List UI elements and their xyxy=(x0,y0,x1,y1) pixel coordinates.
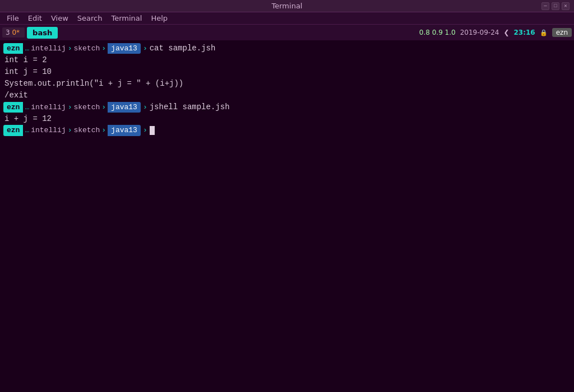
output-int-i: int i = 2 xyxy=(3,54,571,66)
arrow-1b: › xyxy=(101,43,106,54)
cmd-jshell: jshell sample.jsh xyxy=(150,101,230,113)
chevron-2: › xyxy=(143,102,147,113)
cmd-cat: cat sample.jsh xyxy=(150,43,216,54)
menu-view[interactable]: View xyxy=(47,13,73,24)
tab-modified-dot: 0* xyxy=(12,29,20,36)
path-java13-3: java13 xyxy=(108,125,141,136)
path-intellij-3: intellij xyxy=(31,125,66,136)
menu-help[interactable]: Help xyxy=(146,13,172,24)
status-right: 0.8 0.9 1.0 2019-09-24 ❮ 23:16 🔒 ezn xyxy=(419,28,572,37)
output-exit: /exit xyxy=(3,90,571,101)
user-badge: ezn xyxy=(552,28,572,37)
menu-terminal[interactable]: Terminal xyxy=(107,13,146,24)
menu-bar: File Edit View Search Terminal Help xyxy=(0,12,574,25)
date: 2019-09-24 xyxy=(460,29,499,36)
prompt-line-2: ezn … intellij › sketch › java13 › jshel… xyxy=(3,101,571,113)
lock-icon: 🔒 xyxy=(540,29,548,36)
prompt-line-3: ezn … intellij › sketch › java13 › xyxy=(3,125,571,136)
path-sep-2: … xyxy=(25,102,29,113)
tab-bash[interactable]: bash xyxy=(27,27,58,39)
window-title: Terminal xyxy=(272,2,303,10)
path-java13-1: java13 xyxy=(108,43,141,54)
path-sketch-3: sketch xyxy=(73,125,100,136)
tab-index: 3 xyxy=(6,29,10,36)
load-average: 0.8 0.9 1.0 xyxy=(419,29,456,36)
maximize-button[interactable]: □ xyxy=(552,2,559,10)
chevron-3: › xyxy=(143,125,147,136)
time: 23:16 xyxy=(514,29,535,36)
chevron-1: › xyxy=(143,43,147,54)
path-intellij-2: intellij xyxy=(31,102,66,113)
minimize-button[interactable]: ─ xyxy=(541,2,549,10)
prompt-user-1: ezn xyxy=(3,43,23,54)
path-intellij-1: intellij xyxy=(31,43,66,54)
arrow-1a: › xyxy=(68,43,72,54)
output-int-j: int j = 10 xyxy=(3,66,571,78)
menu-file[interactable]: File xyxy=(2,13,24,24)
close-button[interactable]: ✕ xyxy=(562,2,570,10)
tab-number: 3 0* xyxy=(2,27,25,38)
title-bar: Terminal ─ □ ✕ xyxy=(0,0,574,12)
output-println: System.out.println("i + j = " + (i+j)) xyxy=(3,78,571,90)
arrow-2b: › xyxy=(101,102,106,113)
window-controls: ─ □ ✕ xyxy=(541,0,570,12)
prompt-line-1: ezn … intellij › sketch › java13 › cat s… xyxy=(3,43,571,54)
path-sep-1: … xyxy=(25,43,29,54)
prompt-user-3: ezn xyxy=(3,125,23,136)
path-sketch-1: sketch xyxy=(73,43,100,54)
output-result: i + j = 12 xyxy=(3,113,571,125)
prompt-user-2: ezn xyxy=(3,102,23,113)
arrow-3b: › xyxy=(101,125,106,136)
terminal-area[interactable]: 3 0* bash 0.8 0.9 1.0 2019-09-24 ❮ 23:16… xyxy=(0,25,574,392)
separator: ❮ xyxy=(503,29,509,36)
arrow-2a: › xyxy=(68,102,72,113)
console-output[interactable]: ezn … intellij › sketch › java13 › cat s… xyxy=(0,40,574,138)
tab-bar: 3 0* bash 0.8 0.9 1.0 2019-09-24 ❮ 23:16… xyxy=(0,25,574,40)
arrow-3a: › xyxy=(68,125,72,136)
menu-search[interactable]: Search xyxy=(73,13,107,24)
menu-edit[interactable]: Edit xyxy=(24,13,47,24)
path-java13-2: java13 xyxy=(108,102,141,113)
cursor xyxy=(150,126,155,135)
path-sketch-2: sketch xyxy=(73,102,100,113)
path-sep-3: … xyxy=(25,125,29,136)
